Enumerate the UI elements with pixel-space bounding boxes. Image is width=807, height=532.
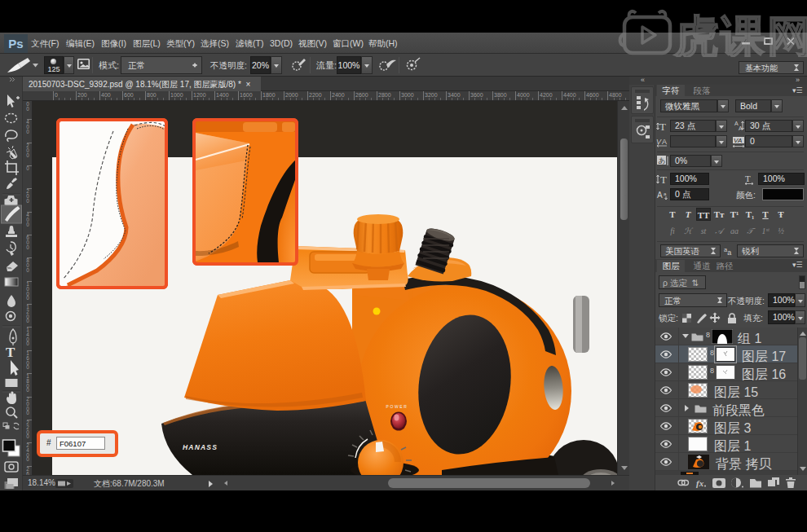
svg-text:V: V [656,138,662,146]
svg-text:A: A [662,138,667,146]
svg-text:T: T [660,174,667,185]
svg-text:fx: fx [696,478,704,488]
svg-text:HANASS: HANASS [183,443,218,451]
svg-text:VA: VA [734,137,742,144]
svg-text:虎课网: 虎课网 [673,11,807,57]
svg-text:a: a [664,191,667,196]
svg-text:あ: あ [659,156,666,165]
svg-text:T: T [659,121,666,132]
svg-text:T: T [745,174,751,183]
svg-text:T: T [6,345,15,360]
svg-text:A: A [657,191,663,200]
svg-text:POWER: POWER [386,404,408,409]
